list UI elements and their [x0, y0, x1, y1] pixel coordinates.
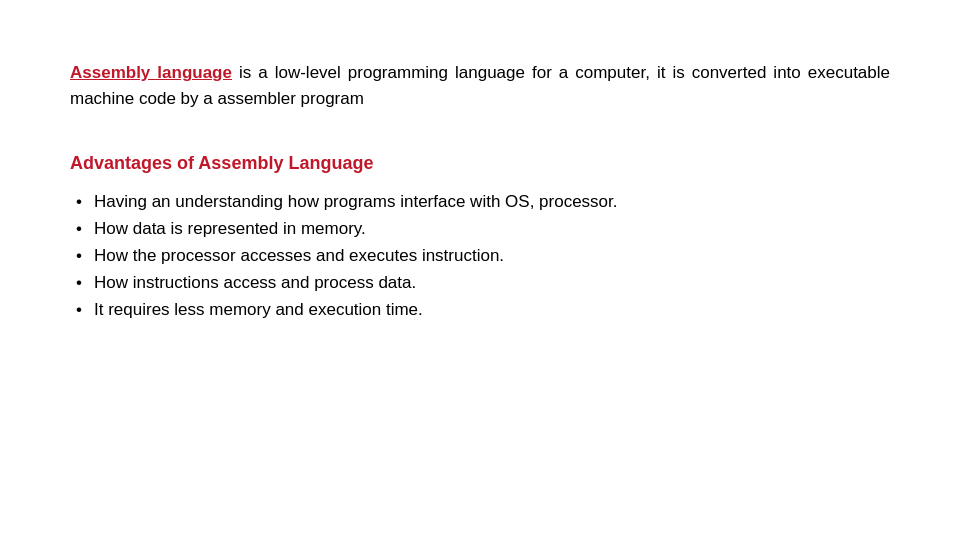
- list-item: Having an understanding how programs int…: [70, 188, 890, 215]
- advantages-section: Advantages of Assembly Language Having a…: [70, 153, 890, 324]
- intro-paragraph: Assembly language is a low-level program…: [70, 60, 890, 113]
- list-item: It requires less memory and execution ti…: [70, 296, 890, 323]
- list-item: How instructions access and process data…: [70, 269, 890, 296]
- page-container: Assembly language is a low-level program…: [0, 0, 960, 540]
- advantages-title: Advantages of Assembly Language: [70, 153, 890, 174]
- list-item: How data is represented in memory.: [70, 215, 890, 242]
- assembly-language-highlight: Assembly language: [70, 63, 232, 82]
- advantages-list: Having an understanding how programs int…: [70, 188, 890, 324]
- list-item: How the processor accesses and executes …: [70, 242, 890, 269]
